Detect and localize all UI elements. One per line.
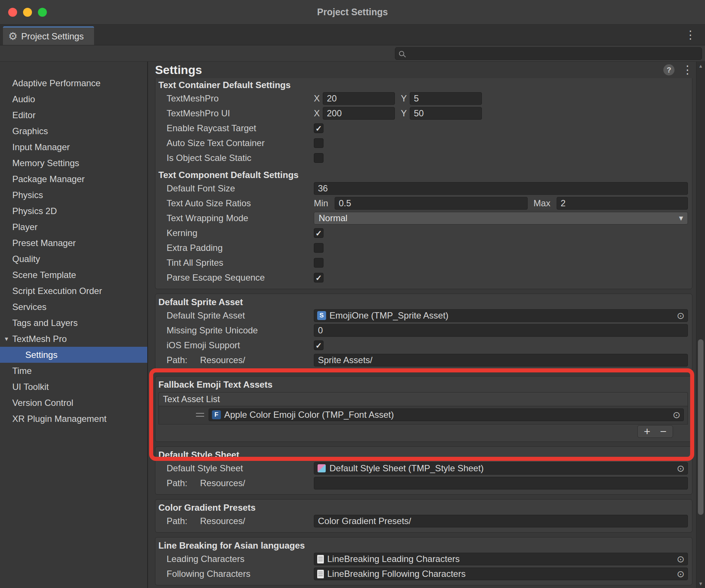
default-sprite-asset-object-field[interactable]: S EmojiOne (TMP_Sprite Asset) ⊙: [314, 309, 688, 322]
chevron-down-icon[interactable]: ▼: [4, 336, 12, 342]
scrollbar-thumb[interactable]: [698, 339, 704, 515]
ios-emoji-support-checkbox[interactable]: ✓: [314, 340, 323, 350]
setting-label: Extra Padding: [158, 243, 314, 253]
sidebar-item-graphics[interactable]: Graphics: [0, 123, 147, 139]
help-icon[interactable]: ?: [663, 64, 675, 75]
extra-padding-checkbox[interactable]: [314, 243, 323, 253]
sidebar-item-settings-selected[interactable]: Settings: [0, 347, 147, 363]
path-label: Path:: [167, 516, 200, 526]
search-input[interactable]: [395, 47, 702, 60]
sidebar-item-editor[interactable]: Editor: [0, 107, 147, 123]
sprite-asset-path-field[interactable]: Sprite Assets/: [314, 354, 688, 366]
tab-project-settings[interactable]: ⚙ Project Settings: [3, 26, 94, 45]
sidebar-item-adaptive-performance[interactable]: Adaptive Performance: [0, 75, 147, 91]
parse-escape-sequence-checkbox[interactable]: ✓: [314, 273, 323, 282]
tab-label: Project Settings: [21, 31, 84, 42]
sidebar-item-xr-plugin-management[interactable]: XR Plugin Management: [0, 411, 147, 427]
auto-size-min-field[interactable]: 0.5: [335, 197, 528, 210]
sprite-asset-icon: S: [317, 311, 326, 320]
color-gradient-presets-box: Color Gradient Presets Path: Resources/ …: [155, 499, 692, 533]
setting-label: TextMeshPro UI: [158, 108, 314, 119]
style-sheet-path-field[interactable]: [314, 477, 688, 490]
add-item-button[interactable]: +: [644, 426, 650, 437]
textmeshpro-ui-y-field[interactable]: 50: [410, 107, 482, 120]
enable-raycast-target-checkbox[interactable]: ✓: [314, 123, 323, 133]
tint-all-sprites-checkbox[interactable]: [314, 258, 323, 268]
setting-row-following-characters: Following Characters LineBreaking Follow…: [158, 566, 688, 581]
setting-label: Is Object Scale Static: [158, 153, 314, 163]
scroll-up-icon[interactable]: ▲: [696, 63, 705, 69]
section-header-text-component: Text Component Default Settings: [158, 169, 688, 181]
object-picker-icon[interactable]: ⊙: [677, 464, 685, 473]
setting-row-enable-raycast-target: Enable Raycast Target ✓: [158, 121, 688, 136]
missing-sprite-unicode-field[interactable]: 0: [314, 324, 688, 337]
textmeshpro-ui-x-field[interactable]: 200: [323, 107, 395, 120]
is-object-scale-static-checkbox[interactable]: [314, 153, 323, 163]
object-picker-icon[interactable]: ⊙: [677, 555, 685, 564]
sidebar-item-physics-2d[interactable]: Physics 2D: [0, 203, 147, 219]
sidebar-item-quality[interactable]: Quality: [0, 251, 147, 267]
text-wrapping-mode-dropdown[interactable]: Normal ▾: [314, 212, 688, 224]
object-picker-icon[interactable]: ⊙: [673, 410, 680, 420]
window-title: Project Settings: [317, 7, 388, 17]
sidebar-item-ui-toolkit[interactable]: UI Toolkit: [0, 379, 147, 395]
leading-characters-object-field[interactable]: LineBreaking Leading Characters ⊙: [314, 553, 688, 565]
setting-row-missing-sprite-unicode: Missing Sprite Unicode 0: [158, 323, 688, 338]
sidebar-item-textmesh-pro[interactable]: ▼ TextMesh Pro: [0, 331, 147, 347]
remove-item-button[interactable]: −: [660, 426, 667, 437]
object-field-value: LineBreaking Following Characters: [327, 569, 466, 579]
setting-label: Path: Resources/: [158, 516, 314, 526]
minimize-window-button[interactable]: [23, 8, 32, 17]
auto-size-max-field[interactable]: 2: [557, 197, 688, 210]
sidebar-item-time[interactable]: Time: [0, 363, 147, 379]
default-font-size-field[interactable]: 36: [314, 182, 688, 195]
object-picker-icon[interactable]: ⊙: [677, 311, 685, 320]
sidebar-item-memory-settings[interactable]: Memory Settings: [0, 155, 147, 171]
line-breaking-box: Line Breaking for Asian languages Leadin…: [155, 537, 692, 585]
path-prefix-label: Resources/: [200, 355, 245, 365]
default-style-sheet-object-field[interactable]: Default Style Sheet (TMP_Style Sheet) ⊙: [314, 462, 688, 475]
auto-size-text-container-checkbox[interactable]: [314, 138, 323, 148]
text-asset-list-footer: + −: [158, 425, 688, 438]
sidebar-item-player[interactable]: Player: [0, 219, 147, 235]
object-picker-icon[interactable]: ⊙: [677, 569, 685, 579]
textmeshpro-y-field[interactable]: 5: [410, 92, 482, 105]
section-header-color-gradient-presets: Color Gradient Presets: [158, 502, 688, 514]
tab-menu-kebab-icon[interactable]: ⋮: [682, 28, 699, 42]
titlebar: Project Settings: [0, 0, 705, 25]
sidebar-item-input-manager[interactable]: Input Manager: [0, 139, 147, 155]
setting-row-ios-emoji-support: iOS Emoji Support ✓: [158, 338, 688, 353]
setting-label: Default Font Size: [158, 183, 314, 194]
sidebar-item-tags-and-layers[interactable]: Tags and Layers: [0, 315, 147, 331]
sidebar-item-scene-template[interactable]: Scene Template: [0, 267, 147, 283]
sidebar-item-services[interactable]: Services: [0, 299, 147, 315]
setting-label: Kerning: [158, 228, 314, 238]
kerning-checkbox[interactable]: ✓: [314, 228, 323, 238]
fallback-font-asset-object-field[interactable]: F Apple Color Emoji Color (TMP_Font Asse…: [209, 408, 684, 421]
sidebar-item-audio[interactable]: Audio: [0, 91, 147, 107]
sidebar-item-version-control[interactable]: Version Control: [0, 395, 147, 411]
vertical-scrollbar[interactable]: ▲ ▼: [696, 62, 705, 588]
zoom-window-button[interactable]: [38, 8, 47, 17]
sidebar-item-preset-manager[interactable]: Preset Manager: [0, 235, 147, 251]
gear-icon: ⚙: [8, 31, 17, 42]
object-field-value: Default Style Sheet (TMP_Style Sheet): [329, 463, 484, 474]
setting-row-kerning: Kerning ✓: [158, 226, 688, 240]
sidebar-item-physics[interactable]: Physics: [0, 187, 147, 203]
sidebar-item-script-execution-order[interactable]: Script Execution Order: [0, 283, 147, 299]
project-settings-window: Project Settings ⚙ Project Settings ⋮ Ad…: [0, 0, 705, 588]
setting-row-default-style-sheet: Default Style Sheet Default Style Sheet …: [158, 461, 688, 476]
close-window-button[interactable]: [8, 8, 17, 17]
panel-kebab-icon[interactable]: ⋮: [680, 64, 695, 76]
sidebar-item-package-manager[interactable]: Package Manager: [0, 171, 147, 187]
content-area: Adaptive Performance Audio Editor Graphi…: [0, 62, 705, 588]
text-asset-list-header[interactable]: Text Asset List: [158, 392, 688, 406]
scroll-down-icon[interactable]: ▼: [696, 581, 705, 587]
drag-handle-icon[interactable]: [196, 413, 204, 417]
section-header-default-style-sheet: Default Style Sheet: [158, 449, 688, 461]
object-field-value: Apple Color Emoji Color (TMP_Font Asset): [224, 410, 394, 420]
following-characters-object-field[interactable]: LineBreaking Following Characters ⊙: [314, 568, 688, 580]
color-gradient-path-field[interactable]: Color Gradient Presets/: [314, 515, 688, 527]
textmeshpro-x-field[interactable]: 20: [323, 92, 395, 105]
setting-label: Path: Resources/: [158, 478, 314, 488]
